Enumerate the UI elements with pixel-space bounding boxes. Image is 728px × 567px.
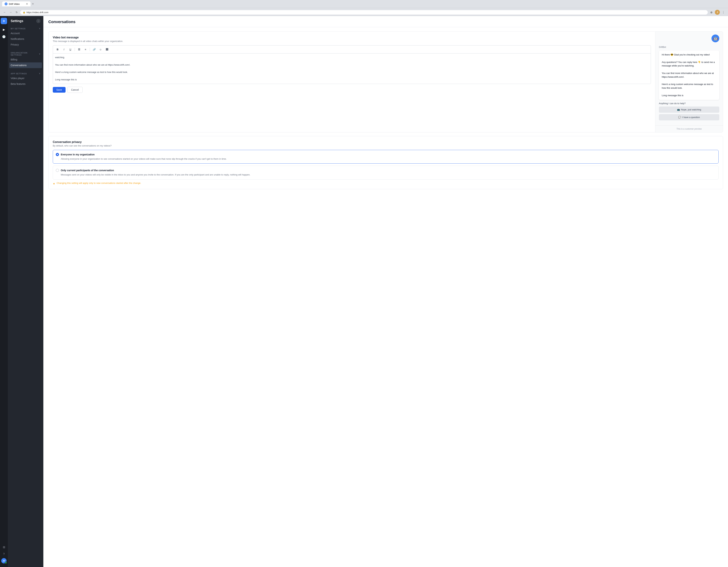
- choice1-label: Nope, just watching: [681, 108, 701, 111]
- browser-tab[interactable]: D Drift Video ✕: [2, 1, 31, 6]
- preview-choice-1[interactable]: 📺 Nope, just watching: [659, 106, 719, 113]
- tab-close-btn[interactable]: ✕: [26, 2, 28, 5]
- preview-footer: This is a customer preview: [655, 125, 723, 132]
- sidebar: Settings ‹ MY SETTINGS ∨ Account Notific…: [8, 16, 43, 567]
- refresh-btn[interactable]: ↻: [14, 10, 19, 15]
- cancel-button[interactable]: Cancel: [67, 87, 83, 93]
- browser-nav-bar: ← → ↻ 🔒 https://video.drift.com ⊕ J ⋮: [0, 8, 728, 16]
- lock-icon: 🔒: [23, 11, 25, 14]
- editor-line-3: You can find more information about who …: [55, 63, 649, 67]
- editor-line-2: [55, 59, 649, 63]
- radio-option-2-header: Only current participants of the convers…: [56, 169, 716, 172]
- app-settings-expand-icon: ∨: [39, 72, 41, 75]
- bubble-line-7: Here's a long custom welcome message as …: [662, 82, 716, 90]
- editor-line-4: [55, 67, 649, 70]
- sidebar-item-privacy[interactable]: Privacy: [8, 42, 43, 47]
- online-badge: [5, 562, 7, 564]
- sidebar-item-video-player[interactable]: Video player: [8, 75, 43, 81]
- sidebar-item-account[interactable]: Account: [8, 30, 43, 36]
- app-settings-section: APP SETTINGS ∨ Video player Beta feature…: [8, 69, 43, 88]
- help-nav-btn[interactable]: ?: [1, 551, 7, 557]
- sidebar-item-conversations[interactable]: Conversations: [9, 62, 42, 68]
- main-content: Conversations Video bot message This mes…: [43, 16, 728, 567]
- sidebar-item-notifications[interactable]: Notifications: [8, 36, 43, 42]
- card-left: Video bot message This message is displa…: [48, 32, 655, 132]
- preview-question: Anything I can do to help?: [659, 102, 719, 105]
- preview-choice-2[interactable]: 💬 I have a question: [659, 114, 719, 120]
- ordered-list-btn[interactable]: ☰: [77, 47, 82, 52]
- radio-option-everyone[interactable]: Everyone in my organization Allowing eve…: [53, 150, 719, 164]
- app-container: D ▶ 🕐 ⊞ ? JD Settings ‹ MY SETTINGS ∨ Ac…: [0, 16, 728, 567]
- history-nav-btn[interactable]: 🕐: [1, 33, 7, 40]
- new-tab-btn[interactable]: +: [32, 2, 34, 6]
- sidebar-title: Settings: [11, 19, 23, 23]
- app-settings-title[interactable]: APP SETTINGS ∨: [8, 71, 43, 75]
- forward-btn[interactable]: →: [8, 10, 13, 15]
- bubble-line-1: Hi there 😎 Glad you're checking out my v…: [662, 53, 716, 57]
- privacy-card: Conversation privacy By default, who can…: [48, 136, 723, 189]
- browser-user-avatar[interactable]: J: [715, 10, 720, 15]
- bubble-line-4: [662, 68, 716, 71]
- sidebar-item-beta-features[interactable]: Beta features: [8, 81, 43, 87]
- emoji-btn[interactable]: ☺: [98, 47, 103, 52]
- org-settings-expand-icon: ∨: [39, 53, 41, 55]
- icon-bar-bottom: ⊞ ? JD: [1, 544, 7, 565]
- org-settings-title[interactable]: ORGANIZATION SETTINGS ∨: [8, 50, 43, 57]
- extensions-btn[interactable]: ⊕: [709, 10, 714, 15]
- preview-robot-area: 🤖: [655, 32, 723, 42]
- editor-line-6: [55, 74, 649, 78]
- my-settings-expand-icon: ∨: [39, 27, 41, 30]
- my-settings-title[interactable]: MY SETTINGS ∨: [8, 26, 43, 30]
- org-settings-section: ORGANIZATION SETTINGS ∨ Billing Conversa…: [8, 49, 43, 69]
- apps-nav-btn[interactable]: ⊞: [1, 544, 7, 550]
- editor-line-5: Here's a long custom welcome message as …: [55, 70, 649, 74]
- sidebar-collapse-btn[interactable]: ‹: [36, 19, 41, 23]
- back-btn[interactable]: ←: [2, 10, 7, 15]
- save-button[interactable]: Save: [53, 87, 66, 93]
- preview-bot-label: DriftBot: [659, 46, 719, 48]
- video-nav-btn[interactable]: ▶: [1, 26, 7, 33]
- main-header: Conversations: [43, 16, 728, 27]
- icon-bar-top: D ▶ 🕐: [1, 18, 7, 543]
- sidebar-header: Settings ‹: [8, 16, 43, 25]
- my-settings-section: MY SETTINGS ∨ Account Notifications Priv…: [8, 25, 43, 49]
- video-bot-title: Video bot message: [53, 36, 651, 39]
- radio-label-2: Only current participants of the convers…: [61, 169, 114, 172]
- underline-btn[interactable]: U: [68, 47, 73, 52]
- sidebar-item-billing[interactable]: Billing: [8, 57, 43, 62]
- preview-panel: 🤖 DriftBot Hi there 😎 Glad you're checki…: [655, 32, 723, 132]
- address-bar[interactable]: 🔒 https://video.drift.com: [20, 10, 708, 15]
- user-avatar[interactable]: JD: [1, 558, 7, 563]
- bubble-line-5: You can find more information about who …: [662, 71, 716, 79]
- editor-line-1: watching.: [55, 56, 649, 59]
- video-bot-desc: This message is displayed in all video c…: [53, 40, 651, 42]
- privacy-desc: By default, who can see the conversation…: [53, 144, 719, 147]
- bubble-line-2: [662, 57, 716, 60]
- privacy-title: Conversation privacy: [53, 140, 719, 144]
- radio-desc-1: Allowing everyone in your organization t…: [56, 157, 716, 161]
- url-text: https://video.drift.com: [26, 11, 48, 14]
- editor-body[interactable]: watching. You can find more information …: [53, 53, 651, 84]
- radio-option-1-header: Everyone in my organization: [56, 153, 716, 156]
- radio-circle-2: [56, 169, 59, 172]
- choice1-emoji: 📺: [677, 108, 680, 111]
- main-body: Video bot message This message is displa…: [43, 27, 728, 193]
- editor-line-7: Long message this is: [55, 78, 649, 82]
- warning-row: ▲ Changing this setting will apply only …: [53, 182, 719, 185]
- preview-content: DriftBot Hi there 😎 Glad you're checking…: [655, 42, 723, 125]
- unordered-list-btn[interactable]: ≡: [83, 47, 88, 52]
- link-btn[interactable]: 🔗: [92, 47, 97, 52]
- btn-row: Save Cancel: [53, 87, 651, 93]
- bubble-line-6: [662, 79, 716, 83]
- video-bot-card: Video bot message This message is displa…: [48, 31, 723, 132]
- app-logo: D: [1, 18, 7, 24]
- browser-menu-btn[interactable]: ⋮: [721, 10, 726, 15]
- radio-option-participants[interactable]: Only current participants of the convers…: [53, 166, 719, 179]
- preview-bubble: Hi there 😎 Glad you're checking out my v…: [659, 50, 719, 100]
- browser-chrome: D Drift Video ✕ +: [0, 0, 728, 8]
- italic-btn[interactable]: I: [61, 47, 66, 52]
- bubble-line-9: Long message this is: [662, 94, 716, 97]
- bold-btn[interactable]: B: [55, 47, 60, 52]
- image-btn[interactable]: 🖼: [104, 47, 109, 52]
- radio-label-1: Everyone in my organization: [61, 153, 95, 156]
